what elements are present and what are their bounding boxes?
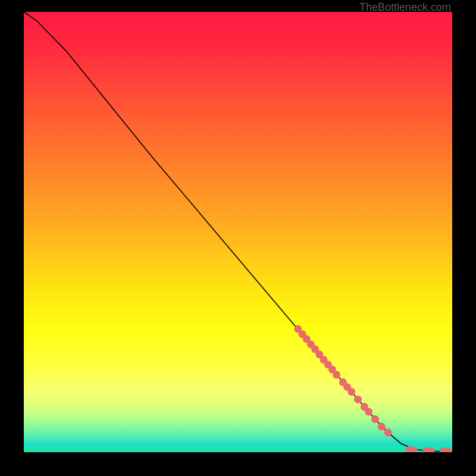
attribution-text: TheBottleneck.com: [359, 1, 451, 14]
chart-marker: [354, 396, 362, 403]
chart-marker: [365, 408, 372, 415]
chart-marker: [347, 388, 355, 396]
chart-overlay: [24, 12, 452, 452]
chart-markers: [294, 325, 452, 452]
chart-marker: [333, 371, 340, 378]
chart-plot-area: [24, 12, 452, 452]
chart-marker: [371, 415, 379, 423]
chart-marker: [378, 423, 386, 431]
chart-curve: [24, 12, 452, 452]
chart-marker: [384, 428, 392, 436]
